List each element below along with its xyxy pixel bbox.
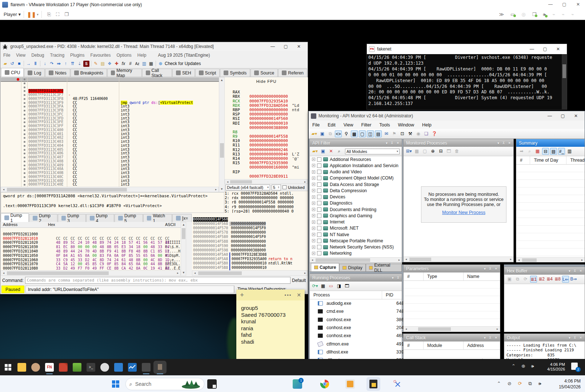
pin-process-icon[interactable]: ⚑: [391, 130, 398, 137]
register-row[interactable]: RDI 0000000000388000: [225, 117, 308, 121]
disasm-hscrollbar[interactable]: ◂▸: [1, 187, 219, 192]
patches-icon[interactable]: ✚: [113, 61, 120, 67]
process-row[interactable]: conhost.exe 2044: [310, 324, 402, 332]
command-default[interactable]: Default: [292, 278, 306, 283]
stack-row[interactable]: 000000000014F588 0000000000000040: [192, 235, 308, 239]
register-row[interactable]: R12 0000000000000040 '@': [225, 143, 308, 147]
close-icon[interactable]: ✕: [396, 141, 399, 145]
monitored-hscrollbar[interactable]: ◂▸: [404, 256, 513, 262]
menu-item[interactable]: Help: [422, 122, 432, 128]
expand-icon[interactable]: +: [312, 214, 315, 217]
dump-tab[interactable]: Dump 1: [1, 213, 29, 222]
dump-tab[interactable]: Dump 3: [58, 214, 86, 222]
ruler-icon[interactable]: ▥: [566, 148, 573, 155]
fakenet-close-button[interactable]: ✕: [552, 47, 565, 52]
pin-icon[interactable]: ⊼: [489, 336, 492, 340]
stack-row[interactable]: 000000000014F570 0000000000000000: [192, 222, 308, 226]
menu-item[interactable]: Favourites: [90, 53, 111, 58]
go-icon[interactable]: ➡: [518, 148, 525, 155]
register-row[interactable]: R9 0000000000000000: [225, 130, 308, 134]
expand-icon[interactable]: +: [312, 177, 315, 180]
stop-monitor-icon[interactable]: ▢: [421, 148, 428, 155]
menu-item[interactable]: File: [312, 122, 320, 128]
vm-fakenet-icon[interactable]: FN: [45, 363, 54, 372]
panel-menu-icon[interactable]: ▾: [484, 267, 486, 271]
pause-monitor-icon[interactable]: ▩: [413, 148, 420, 155]
save-icon[interactable]: ▣: [319, 130, 326, 137]
dump-row[interactable]: 00007FFD32811020 81EC80000000488B05E3341…: [1, 237, 186, 241]
expand-icon[interactable]: +: [312, 164, 315, 167]
execute-till-return-icon[interactable]: ⇒: [56, 61, 62, 67]
panel-menu-icon[interactable]: ▾: [569, 336, 570, 340]
harddisk-icon[interactable]: ▭: [510, 12, 515, 17]
category-checkbox[interactable]: [317, 176, 321, 180]
run-to-user-code-icon[interactable]: ⇈: [69, 61, 76, 67]
usb-icon-3[interactable]: ⌁: [571, 12, 574, 17]
register-row[interactable]: R14 00007FFD32935900 "mi: [225, 152, 308, 157]
register-row[interactable]: RBP 0000000000000000: [225, 104, 308, 108]
shield-icon[interactable]: ◉: [415, 130, 422, 137]
vm-x64dbg-icon[interactable]: [142, 363, 151, 372]
api-category[interactable]: + Graphics and Gaming: [310, 213, 402, 219]
host-volume-icon[interactable]: 🕪: [538, 381, 541, 387]
dump-row[interactable]: 00007FFD32811030 48894424704D8BF9418BF84…: [1, 241, 186, 245]
category-checkbox[interactable]: [317, 195, 321, 199]
vm-clock[interactable]: 4:06 PM4/15/2026: [547, 362, 565, 372]
update-globe-icon[interactable]: ⊕: [157, 61, 164, 67]
disasm-row[interactable]: 00007FFD3113C3F9 CC int3: [1, 89, 219, 93]
register-row[interactable]: RCX 00007FFD328AD504 ntd: [225, 94, 308, 99]
category-checkbox[interactable]: [317, 226, 321, 230]
stop-icon[interactable]: ■: [16, 61, 22, 67]
fakenet-maximize-button[interactable]: ▢: [538, 47, 552, 52]
crosshair-icon[interactable]: ⊕: [429, 148, 436, 155]
stack-row[interactable]: 000000000014F590 0000000000388000: [192, 239, 308, 244]
api-category[interactable]: + NT Native: [310, 231, 402, 238]
disasm-row[interactable]: 00007FFD3113C402 CC int3: [1, 124, 219, 128]
tree-icon[interactable]: ⊟: [437, 148, 444, 155]
command-input[interactable]: Commands are comma separated (like assem…: [25, 277, 291, 284]
api-category[interactable]: + Delta Compression: [310, 187, 402, 194]
api-category[interactable]: + Devices: [310, 194, 402, 200]
depth-spinner[interactable]: 5⇕: [272, 185, 281, 190]
view-tab[interactable]: Log: [24, 69, 45, 77]
category-checkbox[interactable]: [317, 233, 321, 237]
expand-icon[interactable]: +: [312, 227, 315, 230]
panel-menu-icon[interactable]: ▾: [569, 269, 570, 273]
number-icon[interactable]: #_: [558, 148, 565, 155]
mail-icon[interactable]: ✉: [383, 130, 390, 137]
category-checkbox[interactable]: [317, 251, 321, 255]
panel-menu-icon[interactable]: ▾: [386, 141, 388, 145]
api-category[interactable]: + Internet: [310, 219, 402, 225]
host-close-button[interactable]: ✕: [571, 0, 585, 9]
summary-header[interactable]: #Time of DayThread: [516, 156, 585, 165]
open-file-icon[interactable]: ▰: [2, 61, 8, 67]
dump-tab[interactable]: Dump 5: [115, 214, 143, 222]
dump-row[interactable]: 00007FFD32811080 0E4885C075EA488D7424614…: [1, 262, 186, 266]
vm-terminal-icon[interactable]: >_: [87, 363, 95, 372]
view-tab[interactable]: Symbols: [220, 69, 250, 77]
vm-volume-icon[interactable]: 🕪: [531, 363, 534, 369]
view-tab[interactable]: Script: [195, 69, 220, 77]
close-icon[interactable]: ✕: [579, 336, 582, 340]
expand-icon[interactable]: +: [312, 158, 315, 161]
dump-row[interactable]: 00007FFD32811060 C45A12004585C90F8584650…: [1, 254, 186, 258]
filter-tab[interactable]: Display: [339, 264, 365, 271]
dump-hscrollbar[interactable]: ◂▸: [1, 270, 181, 276]
menu-item[interactable]: Debug: [31, 53, 44, 58]
x64dbg-maximize-button[interactable]: ▢: [279, 44, 292, 49]
process-row[interactable]: cmd.exe 748: [310, 307, 402, 315]
api-category[interactable]: + Component Object Model (COM): [310, 175, 402, 181]
refresh-icon[interactable]: ⟳: [522, 276, 529, 283]
stack-row[interactable]: 000000000014F5A8 0000000000000010: [192, 252, 308, 257]
services-icon[interactable]: ▦: [320, 283, 326, 290]
comment-icon[interactable]: ▤: [100, 61, 106, 67]
dump-pane[interactable]: Address Hex ASCII 00007FFD32811000 CCCCC…: [1, 222, 186, 276]
terminate-icon[interactable]: ▭: [328, 283, 334, 290]
note-close-icon[interactable]: ✕: [297, 292, 301, 298]
pause-icon[interactable]: ‖: [32, 61, 39, 67]
usb-icon-2[interactable]: ⌁: [562, 12, 565, 17]
host-vmware-icon[interactable]: [345, 379, 355, 389]
host-tray-chevron[interactable]: ⌃: [497, 381, 501, 387]
open-icon[interactable]: ▰▾: [311, 130, 318, 137]
apimonitor-close-button[interactable]: ✕: [569, 113, 582, 118]
